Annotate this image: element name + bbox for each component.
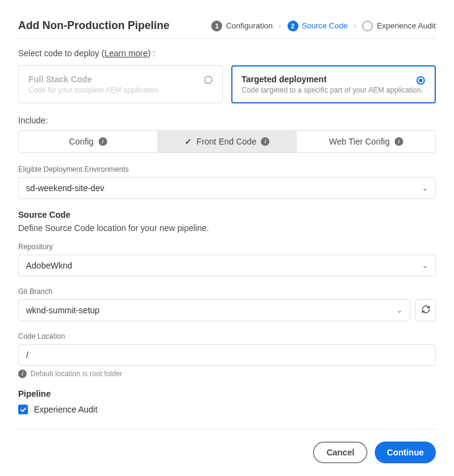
tab-label: Config xyxy=(69,137,93,146)
divider xyxy=(18,429,436,429)
continue-button[interactable]: Continue xyxy=(375,442,436,463)
step-source-code[interactable]: 2 Source Code xyxy=(288,21,348,31)
step-number-icon: 2 xyxy=(288,21,298,31)
pipeline-heading: Pipeline xyxy=(18,389,436,399)
tab-web-tier-config[interactable]: Web Tier Config i xyxy=(297,131,435,152)
page-title: Add Non-Production Pipeline xyxy=(18,19,169,32)
option-desc: Code targeted to a specific part of your… xyxy=(242,86,426,94)
include-label: Include: xyxy=(18,116,436,125)
experience-audit-checkbox[interactable] xyxy=(18,405,28,414)
git-branch-label: Git Branch xyxy=(18,287,436,296)
option-targeted-deployment[interactable]: Targeted deployment Code targeted to a s… xyxy=(231,65,436,103)
refresh-icon xyxy=(421,305,430,316)
code-location-input[interactable] xyxy=(18,344,436,366)
step-number-icon xyxy=(362,21,373,31)
tab-label: Web Tier Config xyxy=(329,137,390,146)
environment-select[interactable]: sd-weekend-site-dev ⌄ xyxy=(18,177,436,199)
repository-select[interactable]: AdobeWknd ⌄ xyxy=(18,255,436,276)
environment-label: Eligible Deployment Environments xyxy=(18,165,436,174)
option-full-stack-code[interactable]: Full Stack Code Code for your complete A… xyxy=(18,65,223,103)
chevron-right-icon: › xyxy=(354,22,356,30)
radio-icon xyxy=(204,76,212,84)
step-label: Experience Audit xyxy=(377,21,436,30)
divider xyxy=(18,38,436,39)
source-code-heading: Source Code xyxy=(18,210,436,220)
include-tabs: Config i ✓ Front End Code i Web Tier Con… xyxy=(18,130,436,153)
tab-label: Front End Code xyxy=(197,137,257,146)
step-configuration[interactable]: 1 Configuration xyxy=(211,21,272,31)
option-desc: Code for your complete AEM application xyxy=(28,86,212,94)
radio-icon xyxy=(416,76,425,85)
info-icon: i xyxy=(18,370,27,378)
chevron-down-icon: ⌄ xyxy=(422,184,428,192)
info-icon: i xyxy=(395,137,403,146)
chevron-down-icon: ⌄ xyxy=(422,261,428,270)
info-icon: i xyxy=(99,137,107,146)
tab-config[interactable]: Config i xyxy=(19,131,158,152)
step-experience-audit[interactable]: Experience Audit xyxy=(362,21,436,31)
option-title: Targeted deployment xyxy=(242,74,426,84)
info-icon: i xyxy=(261,137,269,146)
refresh-button[interactable] xyxy=(415,299,436,321)
repository-value: AdobeWknd xyxy=(26,261,72,270)
tab-front-end-code[interactable]: ✓ Front End Code i xyxy=(158,131,297,152)
chevron-down-icon: ⌄ xyxy=(396,306,403,315)
experience-audit-label: Experience Audit xyxy=(34,405,97,414)
git-branch-input[interactable]: wknd-summit-setup ⌄ xyxy=(18,299,410,321)
step-label: Configuration xyxy=(226,21,272,30)
option-title: Full Stack Code xyxy=(28,74,212,84)
code-location-label: Code Location xyxy=(18,332,436,341)
chevron-right-icon: › xyxy=(279,22,281,30)
source-code-sub: Define Source Code location for your new… xyxy=(18,223,436,233)
code-location-hint: i Default location is root folder xyxy=(18,370,436,378)
step-number-icon: 1 xyxy=(211,21,222,31)
stepper: 1 Configuration › 2 Source Code › Experi… xyxy=(211,21,436,31)
select-code-label: Select code to deploy (Learn more) : xyxy=(18,48,436,58)
learn-more-link[interactable]: Learn more xyxy=(104,48,148,58)
cancel-button[interactable]: Cancel xyxy=(313,442,367,463)
step-label: Source Code xyxy=(302,21,348,30)
check-icon: ✓ xyxy=(185,137,192,146)
git-branch-value: wknd-summit-setup xyxy=(26,305,99,315)
check-icon xyxy=(20,406,27,413)
environment-value: sd-weekend-site-dev xyxy=(26,183,104,193)
repository-label: Repository xyxy=(18,243,436,251)
